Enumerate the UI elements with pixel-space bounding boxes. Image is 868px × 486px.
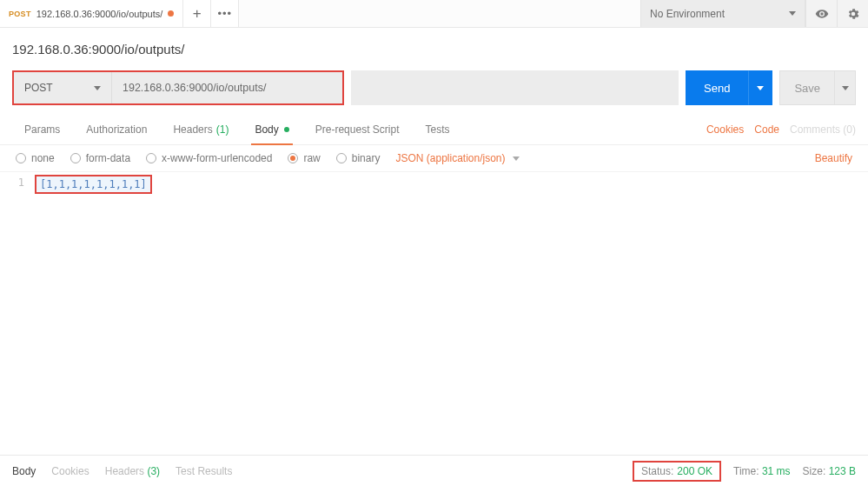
- radio-icon: [16, 153, 26, 163]
- status-box: Status: 200 OK: [633, 461, 721, 482]
- size-meta: Size: 123 B: [803, 465, 856, 477]
- request-side-links: Cookies Code Comments (0): [706, 123, 856, 136]
- content-type-select[interactable]: JSON (application/json): [395, 152, 519, 164]
- url-input[interactable]: 192.168.0.36:9000/io/outputs/: [112, 72, 342, 103]
- editor-gutter: 1: [0, 172, 30, 424]
- tab-headers-count: (1): [216, 123, 229, 136]
- chevron-down-icon: [513, 156, 520, 161]
- tab-body[interactable]: Body: [242, 114, 301, 144]
- new-tab-button[interactable]: +: [183, 0, 211, 27]
- body-editor[interactable]: 1 [1,1,1,1,1,1,1,1]: [0, 172, 868, 424]
- time-label: Time:: [733, 465, 759, 477]
- radio-icon: [70, 153, 81, 163]
- size-label: Size:: [803, 465, 826, 477]
- radio-xwww[interactable]: x-www-form-urlencoded: [146, 152, 272, 164]
- editor-line-1: [1,1,1,1,1,1,1,1]: [35, 175, 152, 194]
- url-overflow[interactable]: [351, 70, 679, 105]
- request-tab[interactable]: POST 192.168.0.36:9000/io/outputs/: [0, 0, 183, 27]
- url-value: 192.168.0.36:9000/io/outputs/: [123, 82, 266, 94]
- save-button[interactable]: Save: [779, 70, 835, 105]
- tab-prerequest[interactable]: Pre-request Script: [303, 114, 412, 144]
- method-select[interactable]: POST: [14, 72, 112, 103]
- tab-params[interactable]: Params: [12, 114, 72, 144]
- status-label: Status:: [641, 465, 673, 477]
- radio-label: none: [31, 152, 55, 164]
- response-meta: Status: 200 OK Time: 31 ms Size: 123 B: [633, 461, 856, 482]
- radio-icon: [336, 153, 347, 163]
- status-value: 200 OK: [677, 465, 712, 477]
- request-name: 192.168.0.36:9000/io/outputs/: [0, 28, 868, 63]
- radio-label: form-data: [86, 152, 130, 164]
- response-tab-body[interactable]: Body: [12, 465, 36, 477]
- tab-headers[interactable]: Headers (1): [161, 114, 241, 144]
- radio-formdata[interactable]: form-data: [70, 152, 130, 164]
- tab-method-badge: POST: [9, 10, 31, 18]
- method-value: POST: [24, 82, 53, 94]
- cookies-link[interactable]: Cookies: [706, 123, 744, 136]
- radio-label: x-www-form-urlencoded: [162, 152, 272, 164]
- radio-raw[interactable]: raw: [288, 152, 320, 164]
- radio-label: binary: [352, 152, 381, 164]
- method-url-group: POST 192.168.0.36:9000/io/outputs/: [12, 70, 344, 105]
- request-tabs: Params Authorization Headers (1) Body Pr…: [0, 114, 868, 145]
- eye-icon: [815, 7, 829, 21]
- tab-title: 192.168.0.36:9000/io/outputs/: [36, 9, 163, 19]
- line-number: 1: [0, 175, 24, 190]
- resp-headers-label: Headers: [105, 465, 144, 477]
- save-options-button[interactable]: [835, 70, 856, 105]
- tab-options-button[interactable]: •••: [211, 0, 239, 27]
- environment-label: No Environment: [650, 8, 725, 20]
- editor-code[interactable]: [1,1,1,1,1,1,1,1]: [30, 172, 868, 424]
- tab-tests[interactable]: Tests: [413, 114, 461, 144]
- topbar-spacer: [239, 0, 640, 27]
- send-button[interactable]: Send: [686, 70, 748, 105]
- response-bar: Body Cookies Headers (3) Test Results St…: [0, 455, 868, 486]
- body-active-dot-icon: [284, 127, 289, 132]
- comments-link[interactable]: Comments (0): [790, 123, 856, 136]
- radio-none[interactable]: none: [16, 152, 55, 164]
- chevron-down-icon: [789, 11, 796, 16]
- gear-icon: [846, 7, 860, 21]
- body-type-row: none form-data x-www-form-urlencoded raw…: [0, 145, 868, 172]
- plus-icon: +: [193, 5, 202, 23]
- chevron-down-icon: [757, 86, 764, 90]
- radio-label: raw: [303, 152, 320, 164]
- tab-body-label: Body: [255, 123, 278, 136]
- beautify-button[interactable]: Beautify: [815, 152, 852, 164]
- request-line: POST 192.168.0.36:9000/io/outputs/ Send …: [0, 63, 868, 114]
- environment-select[interactable]: No Environment: [640, 0, 805, 27]
- code-link[interactable]: Code: [754, 123, 779, 136]
- dots-icon: •••: [217, 7, 232, 20]
- send-button-group: Send: [686, 70, 772, 105]
- top-bar: POST 192.168.0.36:9000/io/outputs/ + •••…: [0, 0, 868, 28]
- response-tab-test-results[interactable]: Test Results: [176, 465, 232, 477]
- radio-binary[interactable]: binary: [336, 152, 381, 164]
- tab-authorization[interactable]: Authorization: [74, 114, 159, 144]
- save-button-group: Save: [779, 70, 856, 105]
- content-type-value: JSON (application/json): [395, 152, 505, 164]
- chevron-down-icon: [94, 86, 101, 90]
- send-options-button[interactable]: [748, 70, 772, 105]
- response-tab-headers[interactable]: Headers (3): [105, 465, 160, 477]
- resp-headers-count: (3): [147, 465, 160, 477]
- radio-icon: [288, 153, 298, 163]
- time-meta: Time: 31 ms: [733, 465, 791, 477]
- radio-icon: [146, 153, 156, 163]
- time-value: 31 ms: [762, 465, 791, 477]
- response-tab-cookies[interactable]: Cookies: [51, 465, 89, 477]
- tab-headers-label: Headers: [173, 123, 212, 136]
- unsaved-dot-icon: [168, 10, 174, 17]
- size-value: 123 B: [829, 465, 856, 477]
- chevron-down-icon: [842, 86, 849, 90]
- settings-button[interactable]: [837, 0, 868, 27]
- env-quicklook-button[interactable]: [805, 0, 837, 27]
